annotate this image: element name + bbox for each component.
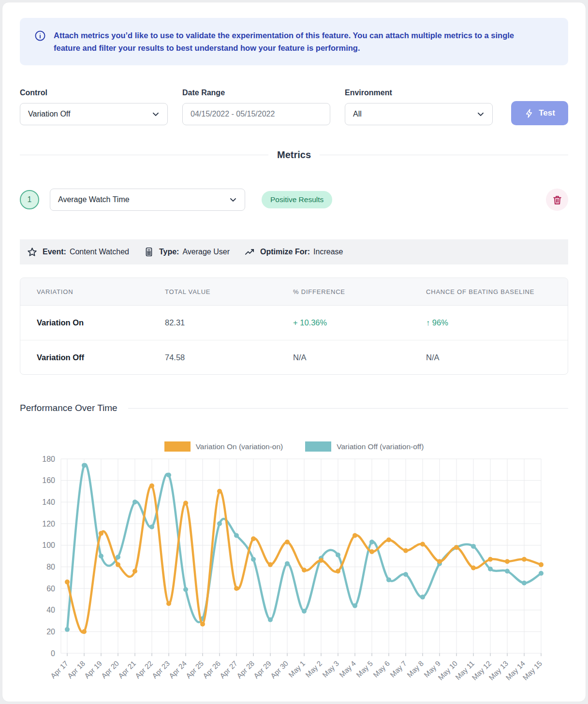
- metric-row: 1 Average Watch Time Positive Results: [20, 189, 568, 211]
- col-total-value: TOTAL VALUE: [165, 288, 293, 295]
- total-value: 74.58: [165, 353, 293, 362]
- environment-label: Environment: [345, 88, 493, 97]
- svg-text:May 1: May 1: [287, 659, 307, 679]
- svg-text:Apr 28: Apr 28: [235, 659, 256, 680]
- experiment-panel: Attach metrics you’d like to use to vali…: [2, 2, 586, 702]
- legend-label-off: Variation Off (variation-off): [337, 442, 424, 451]
- difference-value: + 10.36%: [293, 318, 426, 327]
- lightning-icon: [524, 108, 534, 118]
- svg-text:140: 140: [42, 498, 55, 506]
- control-select-value: Variation Off: [28, 110, 70, 118]
- optimize-summary: Optimize For: Increase: [244, 247, 343, 258]
- difference-value: N/A: [293, 353, 426, 362]
- svg-text:Apr 19: Apr 19: [83, 659, 103, 680]
- performance-heading: Performance Over Time: [20, 403, 118, 413]
- col-chance: CHANCE OF BEATING BASELINE: [426, 288, 568, 295]
- legend-variation-off[interactable]: Variation Off (variation-off): [305, 441, 424, 452]
- svg-text:Apr 25: Apr 25: [184, 659, 205, 680]
- variation-name: Variation Off: [20, 353, 165, 362]
- svg-text:0: 0: [51, 649, 55, 658]
- svg-text:May 8: May 8: [405, 659, 425, 679]
- metrics-heading: Metrics: [277, 149, 311, 161]
- calculator-icon: [144, 247, 154, 257]
- metric-index-badge: 1: [20, 190, 39, 209]
- metric-summary-bar: Event: Content Watched Type: Average Use…: [20, 239, 568, 264]
- svg-text:Apr 30: Apr 30: [269, 659, 290, 680]
- control-label: Control: [20, 88, 168, 97]
- results-table-header: VARIATION TOTAL VALUE % DIFFERENCE CHANC…: [20, 278, 568, 306]
- svg-text:120: 120: [42, 520, 55, 528]
- svg-text:Apr 18: Apr 18: [66, 659, 87, 680]
- metric-select[interactable]: Average Watch Time: [50, 189, 245, 211]
- performance-section-header: Performance Over Time: [20, 403, 568, 413]
- svg-text:Apr 29: Apr 29: [252, 659, 273, 680]
- svg-text:100: 100: [42, 541, 55, 549]
- col-difference: % DIFFERENCE: [293, 288, 426, 295]
- environment-select-value: All: [353, 110, 362, 118]
- environment-select[interactable]: All: [345, 103, 493, 125]
- trash-icon: [552, 194, 563, 205]
- info-banner-text: Attach metrics you’d like to use to vali…: [54, 29, 542, 54]
- test-button-label: Test: [539, 108, 555, 118]
- results-table: VARIATION TOTAL VALUE % DIFFERENCE CHANC…: [20, 278, 568, 375]
- performance-chart-svg[interactable]: 020406080100120140160180Apr 17Apr 18Apr …: [20, 455, 569, 700]
- trending-up-icon: [244, 247, 255, 258]
- event-label: Event:: [43, 248, 66, 256]
- event-value: Content Watched: [70, 248, 129, 256]
- total-value: 82.31: [165, 318, 293, 327]
- svg-text:May 5: May 5: [354, 659, 374, 679]
- chart-legend: Variation On (variation-on) Variation Of…: [20, 441, 568, 452]
- chevron-down-icon: [476, 109, 485, 119]
- col-variation: VARIATION: [20, 288, 165, 295]
- info-banner: Attach metrics you’d like to use to vali…: [20, 18, 568, 65]
- svg-text:180: 180: [42, 455, 55, 463]
- svg-text:160: 160: [42, 476, 55, 484]
- svg-text:Apr 21: Apr 21: [117, 659, 137, 680]
- control-select[interactable]: Variation Off: [20, 103, 168, 125]
- filters-row: Control Variation Off Date Range 04/15/2…: [20, 88, 568, 125]
- optimize-label: Optimize For:: [260, 248, 310, 256]
- table-row-variation-off: Variation Off 74.58 N/A N/A: [20, 340, 568, 374]
- star-icon: [27, 247, 38, 258]
- type-value: Average User: [182, 248, 230, 256]
- optimize-value: Increase: [313, 248, 343, 256]
- svg-text:Apr 24: Apr 24: [167, 659, 188, 680]
- metric-select-value: Average Watch Time: [58, 195, 130, 204]
- chevron-down-icon: [228, 195, 238, 205]
- svg-text:Apr 27: Apr 27: [218, 659, 239, 680]
- svg-text:80: 80: [46, 563, 55, 571]
- svg-text:May 3: May 3: [321, 659, 340, 679]
- svg-text:May 6: May 6: [371, 659, 391, 679]
- legend-swatch-on: [164, 441, 191, 452]
- legend-label-on: Variation On (variation-on): [196, 442, 283, 451]
- svg-text:Apr 22: Apr 22: [133, 659, 154, 680]
- svg-text:May 15: May 15: [521, 659, 544, 682]
- chevron-down-icon: [151, 109, 161, 119]
- svg-text:20: 20: [46, 628, 55, 636]
- svg-text:40: 40: [46, 606, 55, 614]
- svg-text:Apr 23: Apr 23: [150, 659, 171, 680]
- legend-variation-on[interactable]: Variation On (variation-on): [164, 441, 283, 452]
- status-badge: Positive Results: [262, 191, 332, 208]
- type-summary: Type: Average User: [144, 247, 230, 257]
- legend-swatch-off: [305, 441, 331, 452]
- table-row-variation-on: Variation On 82.31 + 10.36% ↑ 96%: [20, 306, 568, 340]
- svg-text:Apr 17: Apr 17: [49, 659, 70, 680]
- performance-chart[interactable]: Variation On (variation-on) Variation Of…: [20, 441, 568, 700]
- delete-metric-button[interactable]: [546, 189, 568, 211]
- variation-name: Variation On: [20, 318, 165, 327]
- type-label: Type:: [159, 248, 179, 256]
- chance-value: ↑ 96%: [426, 318, 568, 327]
- date-range-value: 04/15/2022 - 05/15/2022: [191, 110, 275, 118]
- svg-text:Apr 20: Apr 20: [100, 659, 120, 680]
- svg-text:Apr 26: Apr 26: [201, 659, 222, 680]
- event-summary: Event: Content Watched: [27, 247, 129, 258]
- test-button[interactable]: Test: [511, 101, 568, 125]
- svg-text:May 4: May 4: [338, 659, 357, 679]
- metrics-section-divider: Metrics: [20, 149, 568, 161]
- date-range-label: Date Range: [182, 88, 330, 97]
- date-range-input[interactable]: 04/15/2022 - 05/15/2022: [182, 103, 330, 125]
- info-icon: [34, 30, 46, 54]
- chance-value: N/A: [426, 353, 568, 362]
- svg-text:60: 60: [46, 585, 55, 593]
